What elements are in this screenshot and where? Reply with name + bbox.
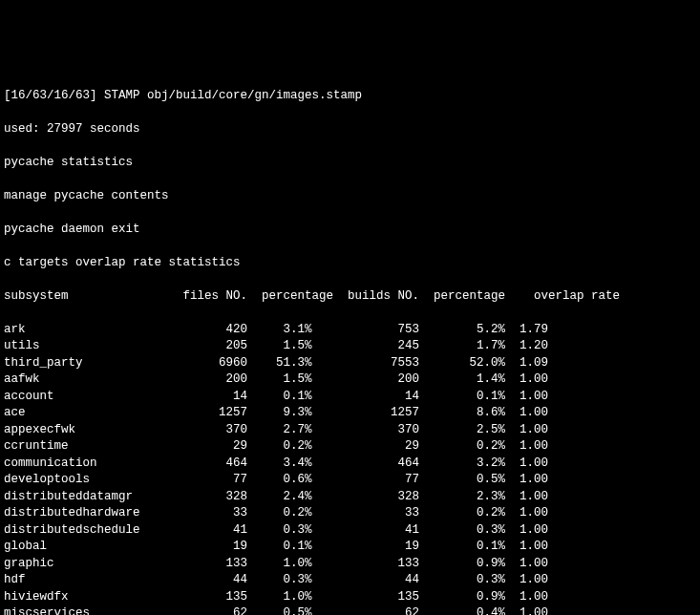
- table-row: account 14 0.1% 14 0.1% 1.00: [4, 389, 696, 406]
- table-row: hiviewdfx 135 1.0% 135 0.9% 1.00: [4, 589, 696, 606]
- manage-pycache-line: manage pycache contents: [4, 188, 696, 205]
- used-line: used: 27997 seconds: [4, 121, 696, 138]
- table-row: utils 205 1.5% 245 1.7% 1.20: [4, 338, 696, 355]
- table-row: distributedhardware 33 0.2% 33 0.2% 1.00: [4, 505, 696, 522]
- table-row: global 19 0.1% 19 0.1% 1.00: [4, 539, 696, 556]
- pycache-exit-line: pycache daemon exit: [4, 222, 696, 239]
- table-row: ace 1257 9.3% 1257 8.6% 1.00: [4, 405, 696, 422]
- table-header: subsystem files NO. percentage builds NO…: [4, 288, 696, 306]
- table-row: third_party 6960 51.3% 7553 52.0% 1.09: [4, 355, 696, 372]
- table-row: distributeddatamgr 328 2.4% 328 2.3% 1.0…: [4, 489, 696, 506]
- stamp-line: [16/63/16/63] STAMP obj/build/core/gn/im…: [4, 88, 696, 105]
- table-row: miscservices 62 0.5% 62 0.4% 1.00: [4, 605, 696, 615]
- c-targets-line: c targets overlap rate statistics: [4, 255, 696, 272]
- pycache-stats-line: pycache statistics: [4, 155, 696, 172]
- terminal-output: [16/63/16/63] STAMP obj/build/core/gn/im…: [4, 71, 696, 615]
- table-row: ark 420 3.1% 753 5.2% 1.79: [4, 322, 696, 339]
- table-row: communication 464 3.4% 464 3.2% 1.00: [4, 456, 696, 473]
- table-row: ccruntime 29 0.2% 29 0.2% 1.00: [4, 438, 696, 456]
- table-row: graphic 133 1.0% 133 0.9% 1.00: [4, 556, 696, 573]
- table-row: aafwk 200 1.5% 200 1.4% 1.00: [4, 371, 696, 389]
- table-row: appexecfwk 370 2.7% 370 2.5% 1.00: [4, 422, 696, 439]
- table-row: distributedschedule 41 0.3% 41 0.3% 1.00: [4, 522, 696, 540]
- table-row: developtools 77 0.6% 77 0.5% 1.00: [4, 472, 696, 489]
- table-row: hdf 44 0.3% 44 0.3% 1.00: [4, 572, 696, 589]
